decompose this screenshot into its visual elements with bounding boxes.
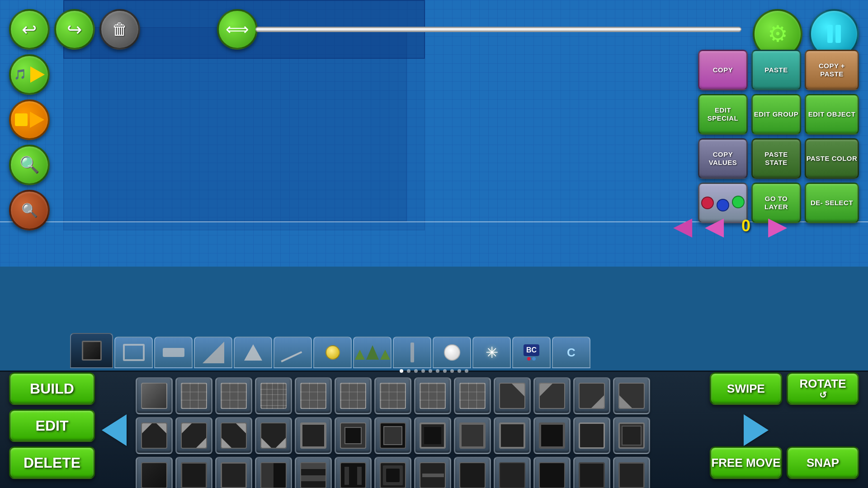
- object-cell[interactable]: [136, 457, 173, 488]
- object-cell[interactable]: [533, 417, 571, 454]
- object-cell[interactable]: [255, 457, 292, 488]
- pagination-dot[interactable]: [465, 369, 468, 373]
- right-edit-panel: COPY PASTE COPY + PASTE EDIT SPECIAL EDI…: [698, 50, 859, 223]
- pagination-dot[interactable]: [400, 369, 403, 373]
- copy-paste-button[interactable]: COPY + PASTE: [805, 50, 859, 90]
- mode-buttons: BUILD EDIT DELETE: [9, 372, 95, 479]
- tab-white-circle[interactable]: [433, 337, 471, 368]
- object-cell[interactable]: [454, 377, 491, 414]
- object-cell[interactable]: [494, 377, 531, 414]
- top-slider[interactable]: ⟺: [217, 9, 741, 50]
- object-cell[interactable]: [374, 457, 411, 488]
- zoom-in-button[interactable]: 🔍: [9, 145, 50, 185]
- free-move-button[interactable]: FREE MOVE: [710, 446, 782, 479]
- undo-button[interactable]: ↩: [9, 9, 50, 50]
- layer-prev-large-button[interactable]: ◀: [669, 212, 696, 239]
- paste-button[interactable]: PASTE: [751, 50, 801, 90]
- tab-burst[interactable]: ✳: [472, 337, 511, 368]
- tab-c[interactable]: C: [552, 337, 590, 368]
- object-cell[interactable]: [215, 457, 252, 488]
- object-cell[interactable]: [613, 377, 650, 414]
- object-cell[interactable]: [573, 417, 610, 454]
- zoom-out-icon: 🔍: [21, 202, 38, 218]
- delete-top-button[interactable]: 🗑: [99, 9, 140, 50]
- object-cell[interactable]: [335, 417, 372, 454]
- tab-mountains[interactable]: [353, 337, 392, 368]
- deselect-button[interactable]: DE- SELECT: [805, 183, 859, 223]
- object-cell[interactable]: [573, 377, 610, 414]
- paste-state-button[interactable]: PASTE STATE: [751, 138, 801, 179]
- object-cell[interactable]: [573, 457, 610, 488]
- object-cell[interactable]: [454, 457, 491, 488]
- object-cell[interactable]: [454, 417, 491, 454]
- paste-color-button[interactable]: PASTE COLOR: [805, 138, 859, 179]
- tab-bc[interactable]: BC: [512, 337, 551, 368]
- snap-button[interactable]: SNAP: [787, 446, 859, 479]
- object-cell[interactable]: [494, 457, 531, 488]
- play-triangle-icon: [30, 112, 44, 128]
- object-grid: [136, 377, 764, 488]
- swipe-button[interactable]: SWIPE: [710, 372, 782, 405]
- object-cell[interactable]: [613, 457, 650, 488]
- pagination-dot[interactable]: [450, 369, 454, 373]
- pagination-dot[interactable]: [458, 369, 461, 373]
- tab-empty-rect[interactable]: [114, 337, 153, 368]
- tab-slope[interactable]: [274, 337, 312, 368]
- edit-mode-button[interactable]: EDIT: [9, 409, 95, 442]
- pause-icon: [827, 25, 841, 43]
- pagination-dot[interactable]: [443, 369, 447, 373]
- build-mode-button[interactable]: BUILD: [9, 372, 95, 405]
- object-cell[interactable]: [374, 377, 411, 414]
- tab-pillar[interactable]: [393, 337, 431, 368]
- copy-button[interactable]: COPY: [698, 50, 748, 90]
- object-cell[interactable]: [414, 377, 451, 414]
- tab-filled-square[interactable]: [70, 333, 113, 368]
- music-button[interactable]: 🎵: [9, 54, 50, 95]
- object-cell[interactable]: [533, 377, 571, 414]
- pagination-dot[interactable]: [429, 369, 432, 373]
- object-cell[interactable]: [494, 417, 531, 454]
- zoom-out-button[interactable]: 🔍: [9, 190, 50, 230]
- pagination-dot[interactable]: [421, 369, 425, 373]
- pagination-dot[interactable]: [407, 369, 410, 373]
- stop-button[interactable]: [9, 99, 50, 140]
- layer-next-button[interactable]: ▶: [764, 212, 791, 239]
- object-cell[interactable]: [175, 457, 212, 488]
- edit-object-button[interactable]: EDIT OBJECT: [805, 94, 859, 135]
- object-cell[interactable]: [255, 417, 292, 454]
- pagination-dot[interactable]: [414, 369, 418, 373]
- edit-special-button[interactable]: EDIT SPECIAL: [698, 94, 748, 135]
- object-cell[interactable]: [136, 377, 173, 414]
- slider-thumb[interactable]: ⟺: [217, 9, 258, 50]
- redo-button[interactable]: ↪: [54, 9, 95, 50]
- object-cell[interactable]: [414, 417, 451, 454]
- filled-square-icon: [82, 341, 102, 361]
- object-cell[interactable]: [175, 417, 212, 454]
- edit-group-button[interactable]: EDIT GROUP: [751, 94, 801, 135]
- object-cell[interactable]: [414, 457, 451, 488]
- delete-mode-button[interactable]: DELETE: [9, 446, 95, 479]
- tab-triangle[interactable]: [234, 337, 272, 368]
- object-cell[interactable]: [335, 457, 372, 488]
- tab-diagonal[interactable]: [194, 337, 232, 368]
- copy-values-button[interactable]: COPY VALUES: [698, 138, 748, 179]
- object-cell[interactable]: [613, 417, 650, 454]
- grid-prev-button[interactable]: [102, 414, 127, 446]
- object-cell[interactable]: [136, 417, 173, 454]
- rotate-button[interactable]: ROTATE↺: [787, 372, 859, 405]
- object-cell[interactable]: [175, 377, 212, 414]
- object-cell[interactable]: [533, 457, 571, 488]
- object-cell[interactable]: [215, 417, 252, 454]
- object-cell[interactable]: [255, 377, 292, 414]
- layer-prev-button[interactable]: ◀: [701, 212, 728, 239]
- object-cell[interactable]: [295, 377, 332, 414]
- pagination-dot[interactable]: [436, 369, 439, 373]
- object-cell[interactable]: [295, 417, 332, 454]
- object-cell[interactable]: [295, 457, 332, 488]
- tab-circle-yellow[interactable]: [313, 337, 352, 368]
- object-cell[interactable]: [215, 377, 252, 414]
- slider-track[interactable]: [255, 27, 741, 32]
- tab-thin-rect[interactable]: [154, 337, 193, 368]
- object-cell[interactable]: [374, 417, 411, 454]
- object-cell[interactable]: [335, 377, 372, 414]
